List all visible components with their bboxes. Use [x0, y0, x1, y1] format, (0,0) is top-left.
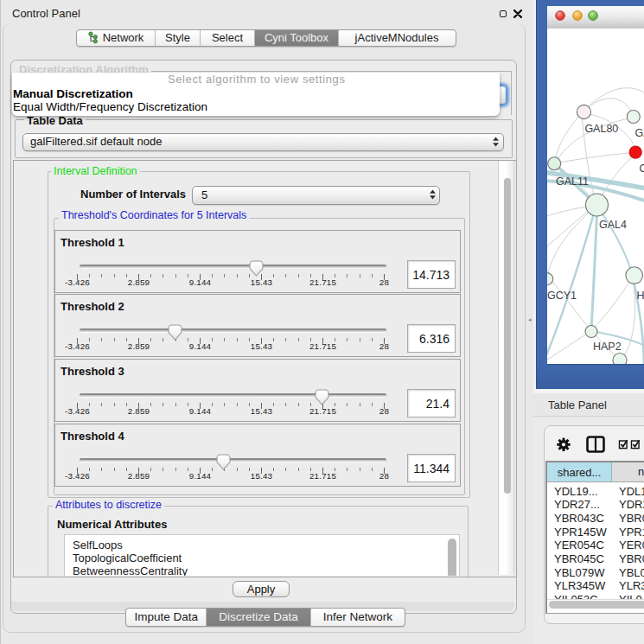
svg-text:C: C	[639, 163, 644, 175]
svg-text:GA: GA	[635, 127, 644, 139]
svg-text:GAL11: GAL11	[556, 175, 589, 188]
svg-text:GCY1: GCY1	[547, 290, 577, 302]
svg-text:H: H	[637, 290, 644, 302]
svg-text:GAL4: GAL4	[599, 219, 627, 231]
svg-text:GAL80: GAL80	[584, 123, 618, 135]
svg-text:HAP2: HAP2	[593, 341, 622, 353]
